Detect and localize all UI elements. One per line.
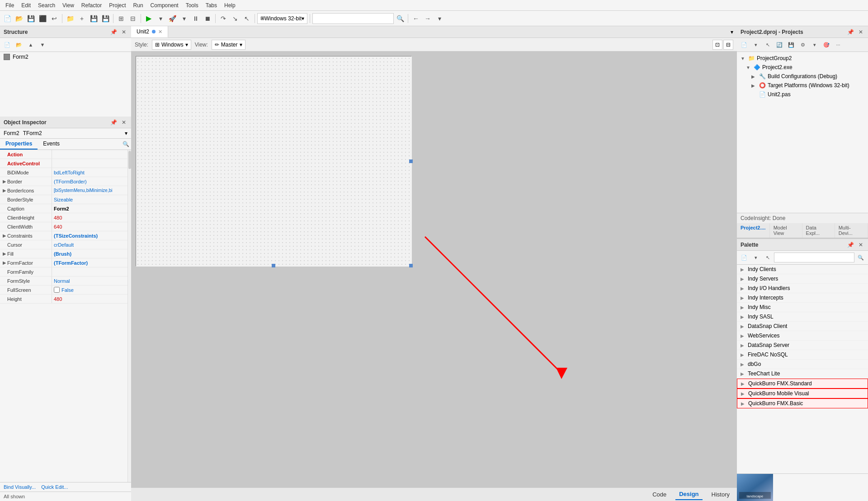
step-into-button[interactable]: ↘ — [230, 13, 241, 24]
palette-item-indy-misc[interactable]: ▶ Indy Misc — [737, 303, 868, 312]
prop-value-constraints[interactable]: (TSizeConstraints) — [52, 231, 127, 240]
prop-value-clientheight[interactable]: 480 — [52, 213, 127, 222]
bottom-tab-design[interactable]: Design — [675, 489, 702, 500]
prop-value-fill[interactable]: (Brush) — [52, 249, 127, 258]
palette-item-quickburro-fmx-standard[interactable]: ▶ QuickBurro FMX.Standard — [737, 379, 868, 389]
quick-edit-link[interactable]: Quick Edit... — [41, 484, 68, 490]
resize-handle-bottom-center[interactable] — [272, 264, 275, 267]
view-btn[interactable]: ✏ Master ▾ — [212, 40, 245, 50]
prop-value-formstyle[interactable]: Normal — [52, 276, 127, 285]
proj-settings-icon[interactable]: ⚙ — [797, 39, 808, 50]
menu-view[interactable]: View — [59, 1, 78, 9]
projects-pin-button[interactable]: 📌 — [846, 28, 855, 36]
struct-new-icon[interactable]: 📄 — [2, 39, 13, 50]
palette-dropdown-icon[interactable]: ▾ — [750, 252, 761, 263]
undo-button[interactable]: ↩ — [49, 13, 60, 24]
menu-project[interactable]: Project — [105, 1, 129, 9]
palette-item-dbgo[interactable]: ▶ dbGo — [737, 360, 868, 369]
prop-value-borderstyle[interactable]: Sizeable — [52, 195, 127, 204]
proj-dropdown-icon[interactable]: ▾ — [750, 39, 761, 50]
new-button[interactable]: 📄 — [2, 13, 13, 24]
palette-search-input[interactable] — [774, 253, 854, 262]
palette-pin-button[interactable]: 📌 — [846, 241, 855, 248]
projects-tab-data[interactable]: Data Expl... — [802, 223, 835, 238]
save-button[interactable]: 💾 — [25, 13, 36, 24]
palette-item-quickburro-fmx-basic[interactable]: ▶ QuickBurro FMX.Basic — [737, 398, 868, 408]
tab-unit2-close-button[interactable]: ✕ — [158, 29, 162, 35]
palette-new-icon[interactable]: 📄 — [739, 252, 750, 263]
palette-item-datasnap-server[interactable]: ▶ DataSnap Server — [737, 341, 868, 350]
palette-item-indy-intercepts[interactable]: ▶ Indy Intercepts — [737, 293, 868, 303]
form-canvas[interactable] — [136, 56, 411, 266]
tab-list-button[interactable]: ▾ — [727, 26, 737, 37]
proj-refresh-icon[interactable]: 🔄 — [774, 39, 785, 50]
prop-value-caption[interactable]: Form2 — [52, 204, 127, 213]
palette-item-firedac-nosql[interactable]: ▶ FireDAC NoSQL — [737, 350, 868, 360]
save-all-button[interactable]: ⬛ — [37, 13, 48, 24]
resize-handle-bottom-right[interactable] — [409, 264, 413, 267]
style-dropdown[interactable]: ⊞ Windows ▾ — [152, 40, 191, 50]
tab-properties[interactable]: Properties — [0, 139, 38, 150]
prop-value-bordericons[interactable]: [biSystemMenu,biMinimize,bi — [52, 186, 127, 195]
prop-value-formfactor[interactable]: (TFormFactor) — [52, 258, 127, 267]
open-button[interactable]: 📂 — [14, 13, 24, 24]
prop-value-fullscreen[interactable]: False — [52, 286, 127, 294]
menu-component[interactable]: Component — [147, 1, 182, 9]
projects-close-button[interactable]: ✕ — [857, 28, 864, 36]
prop-scrollbar[interactable] — [127, 150, 131, 482]
tree-unit2pas[interactable]: ▶ 📄 Unit2.pas — [739, 90, 866, 99]
bottom-tab-code[interactable]: Code — [649, 489, 670, 500]
palette-item-quickburro-mobile-visual[interactable]: ▶ QuickBurro Mobile Visual — [737, 389, 868, 398]
structure-pin-button[interactable]: 📌 — [109, 28, 118, 36]
palette-cursor-icon[interactable]: ↖ — [762, 252, 773, 263]
bind-visually-link[interactable]: Bind Visually... — [4, 484, 36, 490]
menu-file[interactable]: File — [2, 1, 18, 9]
step-out-button[interactable]: ↖ — [241, 13, 252, 24]
palette-item-indy-io-handlers[interactable]: ▶ Indy I/O Handlers — [737, 284, 868, 293]
palette-item-datasnap-client[interactable]: ▶ DataSnap Client — [737, 322, 868, 331]
zoom-fit-button[interactable]: ⊡ — [712, 40, 722, 50]
projects-tab-project[interactable]: Project2.... — [737, 223, 770, 238]
stop-button[interactable]: ⏹ — [202, 13, 213, 24]
tree-build-configs[interactable]: ▶ 🔧 Build Configurations (Debug) — [739, 72, 866, 81]
pause-button[interactable]: ⏸ — [190, 13, 201, 24]
palette-item-webservices[interactable]: ▶ WebServices — [737, 331, 868, 341]
zoom-actual-button[interactable]: ⊟ — [723, 40, 733, 50]
search-input[interactable] — [312, 13, 394, 24]
step-over-button[interactable]: ↷ — [218, 13, 229, 24]
prop-value-bidimode[interactable]: bdLeftToRight — [52, 168, 127, 177]
deploy-button[interactable]: 🚀 — [167, 13, 178, 24]
tree-target-platforms[interactable]: ▶ ⭕ Target Platforms (Windows 32-bit) — [739, 81, 866, 90]
struct-open-icon[interactable]: 📂 — [14, 39, 24, 50]
menu-edit[interactable]: Edit — [18, 1, 34, 9]
inspector-pin-button[interactable]: 📌 — [109, 119, 118, 126]
palette-item-teechart-lite[interactable]: ▶ TeeChart Lite — [737, 369, 868, 379]
prop-value-clientwidth[interactable]: 640 — [52, 222, 127, 231]
menu-help[interactable]: Help — [221, 1, 239, 9]
grid2-button[interactable]: ⊟ — [127, 13, 138, 24]
search-button[interactable]: 🔍 — [395, 13, 406, 24]
proj-save-icon[interactable]: 💾 — [786, 39, 797, 50]
palette-close-button[interactable]: ✕ — [857, 241, 864, 248]
projects-tab-multi[interactable]: Multi-Devi... — [835, 223, 868, 238]
prop-value-border[interactable]: (TFormBorder) — [52, 177, 127, 186]
palette-item-indy-clients[interactable]: ▶ Indy Clients — [737, 265, 868, 274]
prop-value-action[interactable] — [52, 150, 127, 159]
proj-new-icon[interactable]: 📄 — [739, 39, 750, 50]
save-all2-button[interactable]: 💾 — [100, 13, 111, 24]
run-button[interactable]: ▶ — [143, 13, 154, 24]
platform-dropdown[interactable]: ⊞ Windows 32-bit ▾ — [257, 13, 307, 24]
menu-tools[interactable]: Tools — [182, 1, 202, 9]
tree-projectgroup2[interactable]: ▼ 📁 ProjectGroup2 — [739, 54, 866, 63]
palette-search-icon[interactable]: 🔍 — [855, 252, 866, 263]
add-button[interactable]: + — [76, 13, 87, 24]
save-file-button[interactable]: 💾 — [88, 13, 99, 24]
prop-value-activecontrol[interactable] — [52, 159, 127, 168]
inspector-close-button[interactable]: ✕ — [120, 119, 127, 126]
nav-dropdown[interactable]: ▾ — [434, 13, 445, 24]
tab-unit2[interactable]: Unit2 ✕ — [131, 26, 168, 37]
prop-value-cursor[interactable]: crDefault — [52, 240, 127, 249]
palette-item-indy-servers[interactable]: ▶ Indy Servers — [737, 274, 868, 284]
menu-run[interactable]: Run — [130, 1, 147, 9]
prop-value-height[interactable]: 480 — [52, 295, 127, 303]
